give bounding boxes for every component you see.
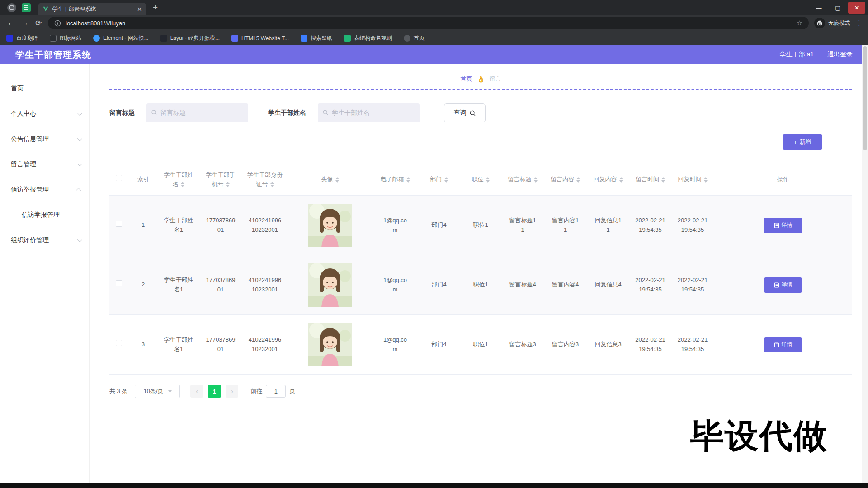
sidebar-item-message-mgmt[interactable]: 留言管理 (0, 152, 89, 177)
row-checkbox[interactable] (116, 221, 122, 227)
tab-close-icon[interactable]: ✕ (137, 6, 142, 13)
message-title-input[interactable] (160, 109, 244, 116)
sidebar-item-petition-mgmt[interactable]: 信访举报管理 (0, 177, 89, 202)
sort-icon[interactable] (444, 177, 448, 183)
document-icon (774, 282, 779, 288)
browser-menu-icon[interactable]: ⋮ (854, 19, 863, 27)
wallpaper-icon (301, 35, 307, 42)
sidebar-item-org-evaluation-mgmt[interactable]: 组织评价管理 (0, 228, 89, 253)
bookmark-label: 图标网站 (60, 34, 81, 42)
column-header-email[interactable]: 电子邮箱 (372, 172, 418, 187)
logout-link[interactable]: 退出登录 (827, 51, 853, 59)
browser-tab[interactable]: 学生干部管理系统 ✕ (38, 3, 146, 15)
bookmark-table-naming[interactable]: 表结构命名规则 (344, 34, 392, 42)
bookmark-element[interactable]: Element - 网站快... (93, 34, 149, 42)
cell-reply-content: 回复信息4 (587, 277, 629, 292)
address-bar[interactable]: localhost:8081/#/liuyan ☆ (48, 17, 809, 29)
column-header-name[interactable]: 学生干部姓名 (158, 168, 199, 191)
cell-email: 1@qq.com (372, 273, 418, 296)
cell-message-title: 留言标题11 (501, 213, 544, 237)
current-page-button[interactable]: 1 (208, 385, 221, 398)
detail-button[interactable]: 详情 (764, 277, 802, 293)
column-header-phone[interactable]: 学生干部手机号 (199, 168, 242, 191)
column-header-message-time[interactable]: 留言时间 (629, 172, 671, 187)
cell-message-time: 2022-02-21 19:54:35 (629, 333, 671, 356)
query-button[interactable]: 查询 (444, 103, 486, 122)
new-tab-button[interactable]: + (153, 3, 158, 13)
sort-icon[interactable] (226, 182, 230, 187)
add-row: + 新增 (109, 134, 852, 150)
add-button[interactable]: + 新增 (783, 134, 822, 150)
column-header-reply-content[interactable]: 回复内容 (587, 172, 629, 187)
prev-page-button[interactable]: ‹ (190, 385, 203, 398)
bookmark-layui[interactable]: Layui - 经典开源模... (160, 34, 220, 42)
column-header-department[interactable]: 部门 (418, 172, 460, 187)
browser-logo-icon[interactable] (7, 3, 16, 12)
table-header-row: 索引 学生干部姓名 学生干部手机号 学生干部身份证号 头像 电子邮箱 部门 职位… (109, 164, 852, 196)
sidebar-subitem-petition-mgmt[interactable]: 信访举报管理 (0, 202, 89, 228)
url-text[interactable]: localhost:8081/#/liuyan (66, 20, 125, 27)
bookmark-html5-template[interactable]: HTML5 Website T... (231, 35, 289, 42)
back-icon[interactable]: ← (5, 19, 18, 28)
sort-icon[interactable] (619, 177, 623, 183)
avatar-image (308, 323, 352, 366)
breadcrumb-home-link[interactable]: 首页 (461, 75, 472, 83)
select-all-checkbox[interactable] (116, 175, 122, 181)
column-header-position[interactable]: 职位 (460, 172, 501, 187)
next-page-button[interactable]: › (226, 385, 238, 398)
bookmark-label: 首页 (414, 34, 425, 42)
cell-actions: 详情 (714, 215, 852, 236)
sort-icon[interactable] (270, 182, 274, 187)
breadcrumb: 首页 👌 留言 (109, 75, 852, 83)
column-header-actions: 操作 (714, 172, 852, 187)
pagination-total: 共 3 条 (109, 387, 127, 395)
forward-icon[interactable]: → (18, 19, 32, 28)
sort-icon[interactable] (661, 177, 665, 183)
refresh-icon[interactable]: ⟳ (32, 19, 45, 28)
site-info-icon[interactable] (54, 20, 61, 27)
bookmark-wallpaper[interactable]: 搜索壁纸 (301, 34, 332, 42)
detail-button-label: 详情 (782, 341, 793, 348)
sort-icon[interactable] (486, 177, 490, 183)
scrollbar-thumb[interactable] (863, 46, 867, 150)
bookmark-baidu-translate[interactable]: 百度翻译 (6, 34, 38, 42)
cell-name: 学生干部姓名1 (158, 213, 199, 237)
sort-icon[interactable] (181, 182, 184, 187)
detail-button[interactable]: 详情 (764, 337, 802, 352)
bookmark-home[interactable]: 首页 (404, 34, 425, 42)
row-checkbox[interactable] (116, 280, 122, 286)
bookmark-star-icon[interactable]: ☆ (797, 19, 802, 27)
page-scrollbar[interactable] (862, 45, 868, 483)
row-checkbox[interactable] (116, 340, 122, 346)
sort-icon[interactable] (335, 177, 339, 183)
column-header-message-content[interactable]: 留言内容 (544, 172, 587, 187)
minimize-button[interactable]: — (810, 2, 827, 14)
cell-phone: 17703786901 (199, 273, 242, 296)
column-header-message-title[interactable]: 留言标题 (501, 172, 544, 187)
sidebar-item-label: 个人中心 (11, 110, 36, 118)
sidebar-item-home[interactable]: 首页 (0, 76, 89, 101)
cadre-name-input[interactable] (332, 109, 415, 116)
page-size-select[interactable]: 10条/页 (135, 385, 180, 398)
bookmark-icon-site[interactable]: 图标网站 (50, 34, 81, 42)
sidebar-item-personal-center[interactable]: 个人中心 (0, 101, 89, 127)
close-window-button[interactable]: ✕ (848, 2, 865, 14)
chevron-down-icon (168, 390, 172, 393)
goto-page-input[interactable] (266, 385, 286, 398)
cell-message-time: 2022-02-21 19:54:35 (629, 273, 671, 296)
detail-button[interactable]: 详情 (764, 218, 802, 233)
green-app-icon[interactable] (22, 3, 31, 12)
column-header-index: 索引 (128, 172, 158, 187)
sidebar-item-announcement-mgmt[interactable]: 公告信息管理 (0, 127, 89, 152)
cell-idcard: 410224199610232001 (242, 273, 288, 296)
sort-icon[interactable] (704, 177, 708, 183)
incognito-badge: 无痕模式 (814, 18, 850, 28)
sort-icon[interactable] (576, 177, 580, 183)
sidebar-item-label: 公告信息管理 (11, 135, 49, 143)
maximize-button[interactable]: ▢ (829, 2, 846, 14)
column-header-reply-time[interactable]: 回复时间 (671, 172, 714, 187)
column-header-avatar[interactable]: 头像 (288, 172, 372, 187)
sort-icon[interactable] (406, 177, 410, 183)
sort-icon[interactable] (534, 177, 538, 183)
column-header-idcard[interactable]: 学生干部身份证号 (242, 168, 288, 191)
